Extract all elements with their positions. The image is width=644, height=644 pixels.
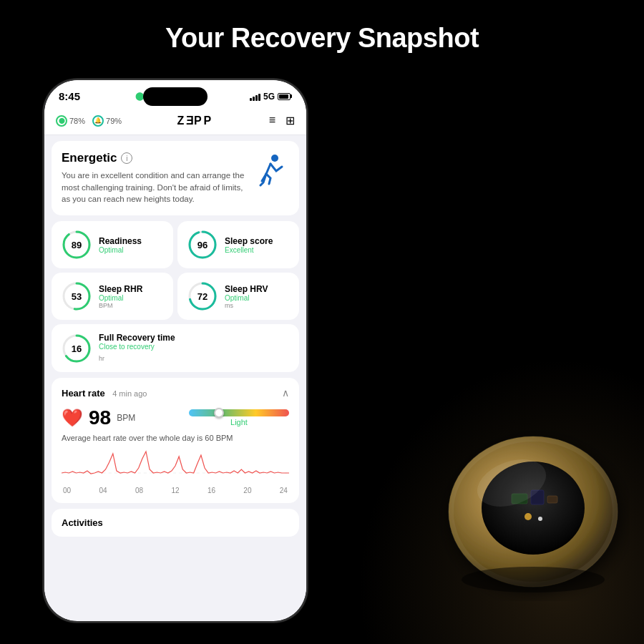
color-bar [189, 409, 289, 416]
metric-card-readiness[interactable]: 89 Readiness Optimal [52, 221, 173, 268]
sleep-score-info: Sleep score Excellent [225, 236, 273, 254]
sleep-rhr-info: Sleep RHR Optimal BPM [99, 284, 142, 309]
page-title: Your Recovery Snapshot [0, 0, 644, 54]
info-icon[interactable]: i [121, 152, 132, 164]
nav-icons[interactable]: ≡ ⊞ [269, 114, 295, 127]
recovery-card[interactable]: 16 Full Recovery time Close to recovery … [52, 324, 299, 372]
sleep-hrv-info: Sleep HRV Optimal ms [225, 284, 268, 309]
readiness-info: Readiness Optimal [99, 236, 142, 254]
dynamic-island [143, 87, 208, 106]
metric-card-sleep-rhr[interactable]: 53 Sleep RHR Optimal BPM [52, 273, 173, 320]
sleep-rhr-value: 53 [72, 291, 82, 302]
sleep-hrv-circle: 72 [187, 281, 218, 311]
heart-icon: ❤️ [62, 408, 83, 428]
avg-heart-text: Average heart rate over the whole day is… [62, 434, 289, 442]
indicator-2: 🔔 79% [92, 115, 122, 127]
phone-mockup: 8:45 ⬤ 78% 🔔 79% [43, 79, 308, 623]
metrics-grid: 89 Readiness Optimal [52, 221, 299, 320]
grid-icon[interactable]: ⊞ [286, 114, 295, 127]
sleep-score-circle: 96 [187, 230, 218, 260]
svg-point-22 [462, 567, 605, 592]
status-time: 8:45 [59, 90, 80, 102]
recovery-circle: 16 [62, 333, 92, 364]
heart-bpm: ❤️ 98 BPM [62, 406, 135, 429]
sleep-score-value: 96 [197, 240, 208, 250]
heart-chart [62, 448, 289, 484]
energetic-desc: You are in excellent condition and can a… [62, 170, 245, 205]
heart-bpm-row: ❤️ 98 BPM Light [62, 406, 289, 429]
phone-frame: 8:45 ⬤ 78% 🔔 79% [43, 79, 308, 623]
heart-rate-section[interactable]: Heart rate 4 min ago ∧ ❤️ 98 BPM [52, 378, 299, 503]
recovery-value: 16 [72, 343, 82, 353]
readiness-value: 89 [72, 240, 82, 250]
ring-svg [429, 401, 630, 601]
metric-card-sleep-hrv[interactable]: 72 Sleep HRV Optimal ms [177, 273, 299, 320]
network-label: 5G [263, 92, 275, 102]
readiness-circle: 89 [62, 230, 92, 260]
sleep-hrv-value: 72 [197, 291, 208, 302]
indicator-1: ⬤ 78% [56, 115, 85, 127]
signal-icon [250, 92, 260, 101]
chart-x-labels: 00 04 08 12 16 20 24 [62, 487, 289, 494]
nav-logo: ZEPP [177, 114, 213, 127]
chevron-up-icon[interactable]: ∧ [282, 387, 289, 399]
nav-indicators: ⬤ 78% 🔔 79% [56, 115, 122, 127]
energetic-card: Energetic i You are in excellent conditi… [52, 141, 299, 215]
status-right: 5G [250, 92, 292, 102]
phone-screen: 8:45 ⬤ 78% 🔔 79% [44, 80, 306, 621]
nav-bar: ⬤ 78% 🔔 79% ZEPP ≡ ⊞ [44, 108, 306, 135]
svg-point-0 [271, 155, 278, 162]
heart-rate-header: Heart rate 4 min ago ∧ [62, 386, 289, 399]
heart-zone-bar: Light [189, 409, 289, 426]
metric-card-sleep-score[interactable]: 96 Sleep score Excellent [177, 221, 299, 268]
sleep-rhr-circle: 53 [62, 281, 92, 311]
energetic-text: Energetic i You are in excellent conditi… [62, 151, 245, 205]
svg-point-19 [538, 517, 542, 521]
filter-icon[interactable]: ≡ [269, 114, 275, 127]
activities-title: Activities [62, 517, 289, 528]
battery-icon [278, 93, 292, 100]
energetic-title: Energetic i [62, 151, 245, 165]
svg-point-18 [525, 513, 532, 520]
svg-rect-17 [547, 496, 557, 503]
content-area[interactable]: Energetic i You are in excellent conditi… [44, 135, 306, 592]
running-icon [250, 151, 289, 190]
heart-rate-title-group: Heart rate 4 min ago [62, 386, 147, 399]
ring-container [429, 401, 630, 601]
recovery-text: Full Recovery time Close to recovery hr [99, 333, 175, 364]
color-bar-dot [214, 408, 224, 418]
activities-section[interactable]: Activities [52, 509, 299, 537]
